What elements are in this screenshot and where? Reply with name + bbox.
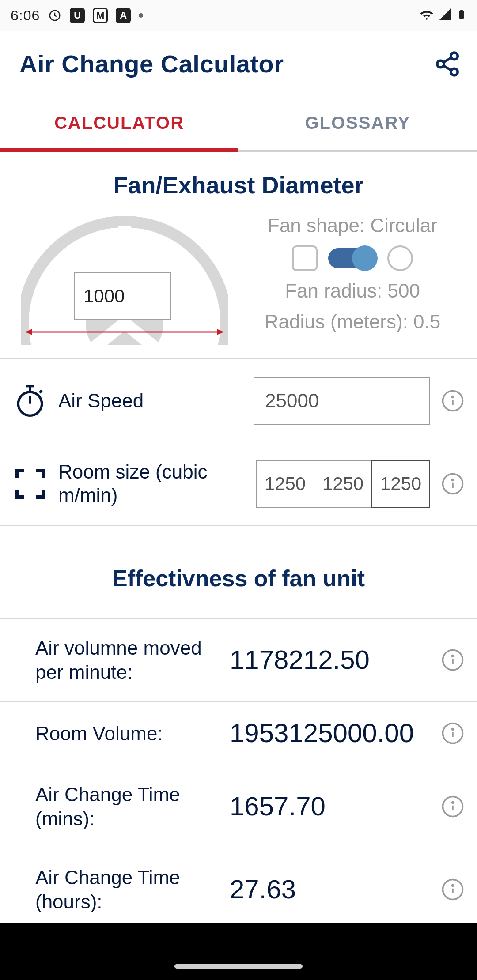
svg-point-21 xyxy=(452,656,454,657)
gesture-home-pill[interactable] xyxy=(174,964,303,969)
change-time-mins-row: Air Change Time (mins): 1657.70 xyxy=(0,765,477,848)
svg-rect-1 xyxy=(459,10,464,18)
content-scroll[interactable]: Fan/Exhaust Diameter xyxy=(0,152,477,923)
fan-shape-toggle-row xyxy=(292,245,413,271)
svg-point-19 xyxy=(452,479,454,481)
fan-settings: Fan shape: Circular Fan radius: 500 Radi… xyxy=(238,213,466,345)
svg-point-23 xyxy=(452,729,454,730)
battery-icon xyxy=(457,7,466,25)
android-status-bar: 6:06 U M A xyxy=(0,0,477,31)
change-time-hours-value: 27.63 xyxy=(230,875,432,904)
svg-rect-2 xyxy=(460,9,463,11)
fan-shape-label: Fan shape: Circular xyxy=(268,215,437,237)
radius-meters-label: Radius (meters): 0.5 xyxy=(265,311,441,333)
room-volume-value: 1953125000.00 xyxy=(230,719,432,748)
tab-bar: CALCULATOR GLOSSARY xyxy=(0,97,477,152)
status-time: 6:06 xyxy=(11,8,40,24)
air-volume-row: Air volumne moved per minute: 1178212.50 xyxy=(0,619,477,702)
room-size-inputs xyxy=(256,460,430,508)
air-speed-info-button[interactable] xyxy=(441,389,465,413)
letter-u-icon: U xyxy=(70,8,85,23)
svg-point-3 xyxy=(451,53,458,60)
svg-point-27 xyxy=(452,885,454,886)
shape-square-option[interactable] xyxy=(292,245,318,271)
svg-marker-13 xyxy=(25,329,32,335)
svg-point-17 xyxy=(452,396,454,398)
room-size-info-button[interactable] xyxy=(441,472,465,496)
fan-section-title: Fan/Exhaust Diameter xyxy=(0,152,477,213)
status-left-cluster: 6:06 U M A xyxy=(11,8,143,24)
fan-diagram xyxy=(11,213,238,345)
android-nav-bar xyxy=(0,923,477,980)
air-volume-value: 1178212.50 xyxy=(230,645,432,675)
room-volume-row: Room Volume: 1953125000.00 xyxy=(0,702,477,765)
change-time-mins-info-button[interactable] xyxy=(441,795,465,818)
svg-point-25 xyxy=(452,802,454,803)
app-bar: Air Change Calculator xyxy=(0,31,477,97)
change-time-hours-label: Air Change Time (hours): xyxy=(35,865,221,914)
svg-point-4 xyxy=(437,60,444,68)
clock-icon xyxy=(48,8,62,23)
wifi-icon xyxy=(420,7,434,24)
air-speed-row: Air Speed xyxy=(0,359,477,442)
cell-signal-icon xyxy=(438,7,452,24)
air-speed-input[interactable] xyxy=(254,377,430,425)
letter-a-icon: A xyxy=(116,8,131,23)
letter-m-icon: M xyxy=(93,8,108,23)
air-speed-label: Air Speed xyxy=(58,389,243,413)
room-volume-info-button[interactable] xyxy=(441,721,465,745)
overflow-dot-icon xyxy=(139,13,143,18)
page-title: Air Change Calculator xyxy=(19,49,284,78)
air-volume-label: Air volumne moved per minute: xyxy=(35,636,221,684)
room-volume-label: Room Volume: xyxy=(35,721,221,746)
tab-calculator[interactable]: CALCULATOR xyxy=(0,97,238,152)
room-size-label: Room size (cubic m/min) xyxy=(58,460,245,507)
change-time-hours-row: Air Change Time (hours): 27.63 xyxy=(0,848,477,923)
fan-radius-label: Fan radius: 500 xyxy=(285,280,420,302)
stopwatch-icon xyxy=(12,383,48,418)
room-dim-3-input[interactable] xyxy=(371,460,430,508)
status-right-cluster xyxy=(420,7,466,25)
svg-point-5 xyxy=(451,68,458,75)
dimension-arrow-icon xyxy=(25,328,224,336)
room-dim-1-input[interactable] xyxy=(256,460,314,508)
change-time-mins-label: Air Change Time (mins): xyxy=(35,782,221,831)
room-dim-2-input[interactable] xyxy=(314,460,372,508)
change-time-mins-value: 1657.70 xyxy=(230,792,432,821)
svg-marker-14 xyxy=(217,329,224,335)
fan-area: Fan shape: Circular Fan radius: 500 Radi… xyxy=(0,213,477,359)
air-volume-info-button[interactable] xyxy=(441,648,465,672)
change-time-hours-info-button[interactable] xyxy=(441,878,465,901)
expand-icon xyxy=(12,466,48,501)
fan-diameter-input[interactable] xyxy=(74,272,171,320)
room-size-row: Room size (cubic m/min) xyxy=(0,442,477,525)
shape-circle-option[interactable] xyxy=(387,245,413,271)
shape-switch[interactable] xyxy=(328,248,377,268)
effectiveness-title: Effectivness of fan unit xyxy=(0,525,477,619)
share-button[interactable] xyxy=(434,50,461,78)
tab-glossary[interactable]: GLOSSARY xyxy=(238,97,477,152)
